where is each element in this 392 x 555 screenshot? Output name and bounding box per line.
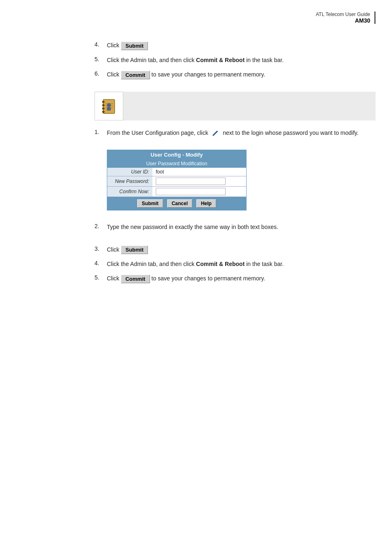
confirm-now-input[interactable] xyxy=(156,188,226,195)
step-s2-1-number: 1. xyxy=(95,129,107,135)
step-5: 5. Click the Admin tab, and then click C… xyxy=(95,56,376,65)
pencil-icon xyxy=(212,130,219,136)
new-password-label: New Password: xyxy=(107,176,152,186)
step-4: 4. Click Submit xyxy=(95,41,376,50)
step-s2-2-number: 2. xyxy=(95,223,107,229)
step-s2-4-content: Click the Admin tab, and then click Comm… xyxy=(107,260,376,268)
step-6-number: 6. xyxy=(95,70,107,77)
config-form-buttons: Submit Cancel Help xyxy=(107,197,246,210)
user-config-form: User Config - Modify User Password Modif… xyxy=(107,150,247,210)
svg-rect-3 xyxy=(102,108,104,109)
step-4-content: Click Submit xyxy=(107,41,376,50)
submit-button-2[interactable]: Submit xyxy=(121,245,148,254)
step-5-content: Click the Admin tab, and then click Comm… xyxy=(107,56,376,65)
step-s2-1: 1. From the User Configuration page, cli… xyxy=(95,129,376,137)
step-s2-3-content: Click Submit xyxy=(107,245,376,254)
header: ATL Telecom User Guide AM30 xyxy=(316,12,376,24)
svg-rect-1 xyxy=(102,101,104,103)
section-divider xyxy=(95,92,376,120)
user-id-value: foot xyxy=(152,168,246,176)
step-5-bold: Commit & Reboot xyxy=(196,57,244,63)
svg-marker-10 xyxy=(213,131,218,136)
step-s2-1-content: From the User Configuration page, click … xyxy=(107,129,376,137)
confirm-now-cell xyxy=(152,186,246,197)
table-row: User ID: foot xyxy=(107,168,246,176)
section-icon-box xyxy=(95,92,123,120)
section2-steps: 1. From the User Configuration page, cli… xyxy=(95,129,376,284)
svg-rect-9 xyxy=(107,107,111,111)
commit-button-2[interactable]: Commit xyxy=(121,275,150,283)
step-6-content: Click Commit to save your changes to per… xyxy=(107,70,376,79)
step-s2-4-number: 4. xyxy=(95,260,107,266)
section-text-area xyxy=(123,92,376,120)
step-s2-3: 3. Click Submit xyxy=(95,245,376,254)
svg-rect-2 xyxy=(102,104,104,106)
step-s2-5-number: 5. xyxy=(95,274,107,281)
submit-button-1[interactable]: Submit xyxy=(121,42,148,50)
confirm-now-label: Confirm Now: xyxy=(107,186,152,197)
svg-rect-4 xyxy=(102,111,104,113)
commit-button-1[interactable]: Commit xyxy=(121,71,150,79)
step-s2-3-number: 3. xyxy=(95,245,107,252)
step-4-number: 4. xyxy=(95,41,107,48)
config-fields-table: User ID: foot New Password: Confirm Now xyxy=(107,168,246,197)
header-model: AM30 xyxy=(316,17,371,24)
step-s2-4-bold: Commit & Reboot xyxy=(196,261,244,267)
header-title: ATL Telecom User Guide xyxy=(316,12,371,17)
new-password-input[interactable] xyxy=(156,178,226,185)
svg-point-8 xyxy=(107,103,111,107)
step-s2-2: 2. Type the new password in exactly the … xyxy=(95,223,376,231)
step-6: 6. Click Commit to save your changes to … xyxy=(95,70,376,79)
page: ATL Telecom User Guide AM30 4. Click Sub… xyxy=(0,0,392,555)
config-help-button[interactable]: Help xyxy=(196,199,216,208)
new-password-cell xyxy=(152,176,246,186)
config-submit-button[interactable]: Submit xyxy=(137,199,163,208)
step-5-number: 5. xyxy=(95,56,107,62)
main-content: 4. Click Submit 5. Click the Admin tab, … xyxy=(95,41,376,289)
notebook-icon xyxy=(100,97,118,115)
step-s2-2-content: Type the new password in exactly the sam… xyxy=(107,223,376,231)
step-s2-5-content: Click Commit to save your changes to per… xyxy=(107,274,376,283)
config-cancel-button[interactable]: Cancel xyxy=(167,199,192,208)
table-row: New Password: xyxy=(107,176,246,186)
user-id-label: User ID: xyxy=(107,168,152,176)
step-s2-4: 4. Click the Admin tab, and then click C… xyxy=(95,260,376,268)
step-s2-5: 5. Click Commit to save your changes to … xyxy=(95,274,376,283)
config-form-subtitle: User Password Modification xyxy=(107,160,246,168)
section1-steps: 4. Click Submit 5. Click the Admin tab, … xyxy=(95,41,376,79)
table-row: Confirm Now: xyxy=(107,186,246,197)
config-form-title: User Config - Modify xyxy=(107,150,246,160)
config-form-row: User Config - Modify User Password Modif… xyxy=(95,143,376,217)
